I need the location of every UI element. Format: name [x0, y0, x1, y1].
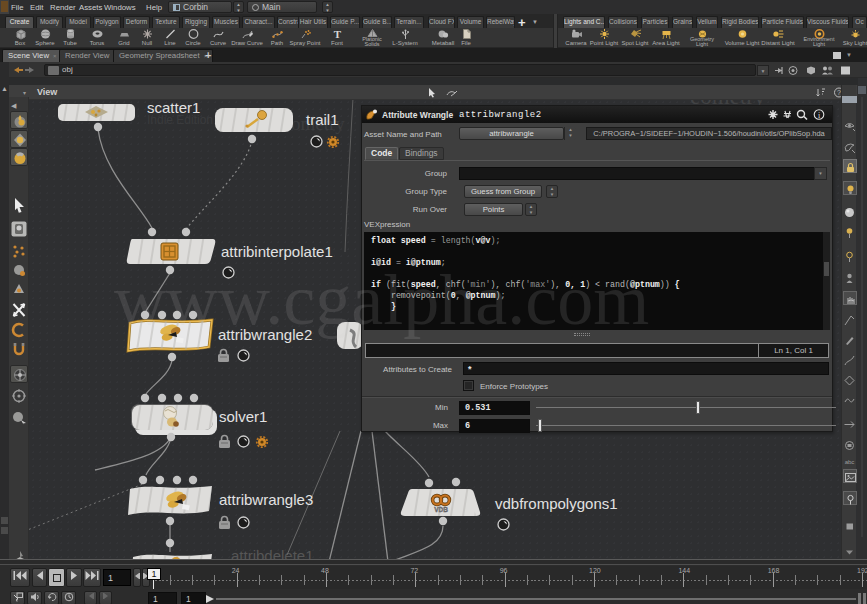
svg-text:T: T [333, 28, 341, 40]
svg-text:i: i [818, 111, 821, 120]
svg-text:VDB: VDB [434, 506, 448, 513]
svg-text:abc: abc [845, 459, 855, 465]
